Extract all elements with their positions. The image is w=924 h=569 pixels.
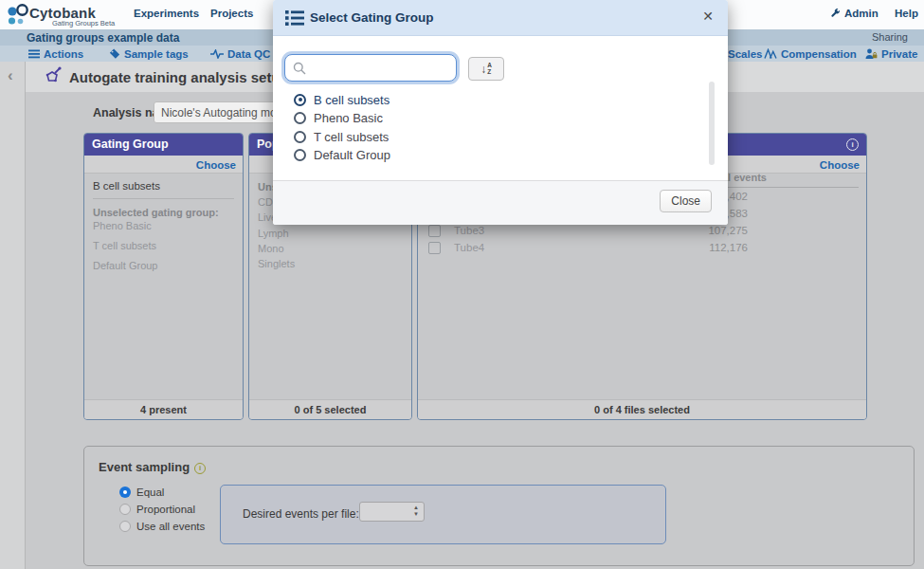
selected-gating-group: B cell subsets (93, 180, 234, 192)
list-icon (285, 9, 304, 27)
modal-scrollbar[interactable] (709, 82, 715, 165)
sharing-label: Sharing (872, 31, 908, 43)
radio-selected-icon (119, 486, 131, 498)
sort-az-icon: AZ (487, 63, 492, 75)
modal-option-default-group[interactable]: Default Group (294, 146, 390, 163)
app-window: Cytobank Gating Groups Beta Experiments … (0, 0, 924, 569)
file-row: Tube4 112,176 (418, 241, 866, 257)
nav-admin[interactable]: Admin (830, 8, 879, 19)
file-row: Tube3 107,275 (418, 224, 866, 240)
modal-title: Select Gating Group (310, 10, 434, 25)
file-event-count: 107,275 (708, 225, 748, 236)
user-lock-icon (865, 48, 878, 60)
modal-option-label: B cell subsets (314, 93, 390, 107)
gating-group-panel-title: Gating Group (84, 134, 243, 156)
desired-events-box: Desired events per file: ▲▼ (220, 485, 666, 544)
sample-tags-button[interactable]: Sample tags (109, 46, 189, 61)
sort-button[interactable]: ↓ AZ (468, 57, 504, 81)
scales-label: Scales (728, 48, 762, 60)
file-event-count: ,583 (727, 208, 748, 219)
brand-subtitle: Gating Groups Beta (52, 19, 115, 28)
autogate-icon (44, 66, 62, 86)
event-sampling-title-text: Event sampling (99, 460, 190, 474)
file-checkbox[interactable] (428, 225, 441, 237)
actions-label: Actions (44, 48, 83, 60)
file-event-count: ,402 (727, 191, 748, 202)
nav-experiments[interactable]: Experiments (134, 8, 199, 19)
modal-option-label: Default Group (314, 148, 390, 162)
population-item: Singlets (258, 256, 406, 271)
cytobank-logo-icon[interactable] (7, 3, 29, 27)
sharing-private-button[interactable]: Private (865, 46, 917, 61)
sampling-option-use-all[interactable]: Use all events (119, 519, 205, 534)
back-chevron[interactable]: ‹ (8, 66, 13, 85)
radio-unselected-icon (294, 149, 306, 161)
compensation-icon (764, 48, 777, 59)
nav-admin-label: Admin (844, 8, 879, 19)
file-checkbox[interactable] (428, 242, 441, 254)
waveform-icon (210, 49, 224, 59)
stepper-arrows-icon: ▲▼ (413, 505, 419, 518)
radio-selected-icon (294, 94, 306, 106)
modal-option-label: T cell subsets (314, 130, 389, 144)
scales-button[interactable]: Scales (728, 46, 762, 61)
experiment-title: Gating groups example data (27, 31, 179, 45)
modal-footer: Close (273, 180, 728, 225)
radio-unselected-icon (294, 131, 306, 143)
modal-option-b-cell-subsets[interactable]: B cell subsets (294, 91, 390, 108)
event-sampling-section: Event samplingi Equal Proportional Use a… (83, 446, 915, 566)
sampling-option-proportional[interactable]: Proportional (119, 502, 195, 517)
sampling-option-label: Proportional (136, 504, 195, 515)
page-title: Autogate training analysis setup (69, 69, 289, 85)
sampling-option-label: Equal (136, 486, 164, 498)
select-gating-group-modal: Select Gating Group ✕ ↓ AZ B cell subset… (273, 0, 728, 225)
gating-group-panel: Gating Group Choose B cell subsets Unsel… (83, 133, 244, 420)
file-name: Tube3 (454, 225, 484, 236)
gating-group-body: B cell subsets Unselected gating group: … (93, 180, 234, 273)
data-qc-label: Data QC (227, 48, 270, 60)
nav-help[interactable]: Help (895, 8, 918, 19)
divider (93, 198, 234, 199)
wrench-icon (830, 9, 841, 19)
radio-unselected-icon (119, 504, 131, 515)
unselected-group-item: Pheno Basic (93, 218, 234, 233)
population-item: Lymph (258, 226, 406, 241)
file-name: Tube4 (454, 242, 484, 253)
unselected-group-item: Default Group (93, 258, 234, 273)
files-info-icon[interactable]: i (846, 138, 859, 151)
files-choose-link[interactable]: Choose (820, 159, 860, 171)
event-sampling-title: Event samplingi (99, 460, 206, 474)
modal-option-t-cell-subsets[interactable]: T cell subsets (294, 128, 389, 145)
unselected-heading: Unselected gating group: (93, 207, 234, 218)
gating-group-footer: 4 present (84, 399, 243, 419)
modal-option-pheno-basic[interactable]: Pheno Basic (294, 109, 383, 126)
file-event-count: 112,176 (709, 242, 748, 253)
private-label: Private (881, 48, 917, 60)
compensation-button[interactable]: Compensation (764, 46, 857, 61)
sampling-option-equal[interactable]: Equal (119, 485, 164, 500)
search-icon (293, 62, 306, 75)
event-sampling-info-icon[interactable]: i (194, 463, 206, 474)
nav-projects[interactable]: Projects (210, 8, 253, 19)
left-rail (0, 62, 26, 569)
files-footer: 0 of 4 files selected (418, 399, 866, 419)
gating-group-choose-link[interactable]: Choose (196, 159, 236, 171)
hamburger-icon (28, 49, 40, 59)
population-item: Mono (258, 241, 406, 256)
radio-unselected-icon (119, 521, 131, 532)
populations-footer: 0 of 5 selected (249, 399, 411, 419)
radio-unselected-icon (294, 112, 306, 124)
desired-events-stepper[interactable]: ▲▼ (359, 502, 425, 522)
actions-menu[interactable]: Actions (28, 46, 83, 61)
modal-close-button[interactable]: Close (660, 190, 712, 212)
modal-close-icon[interactable]: ✕ (702, 9, 714, 24)
sample-tags-label: Sample tags (124, 48, 189, 60)
sampling-option-label: Use all events (136, 521, 205, 532)
sort-arrow-icon: ↓ (480, 64, 486, 75)
modal-option-label: Pheno Basic (314, 111, 383, 125)
tag-icon (109, 48, 120, 60)
modal-search-input[interactable] (284, 54, 457, 82)
modal-header: Select Gating Group ✕ (273, 0, 728, 36)
data-qc-button[interactable]: Data QC (210, 46, 270, 61)
desired-events-label: Desired events per file: (243, 507, 359, 521)
